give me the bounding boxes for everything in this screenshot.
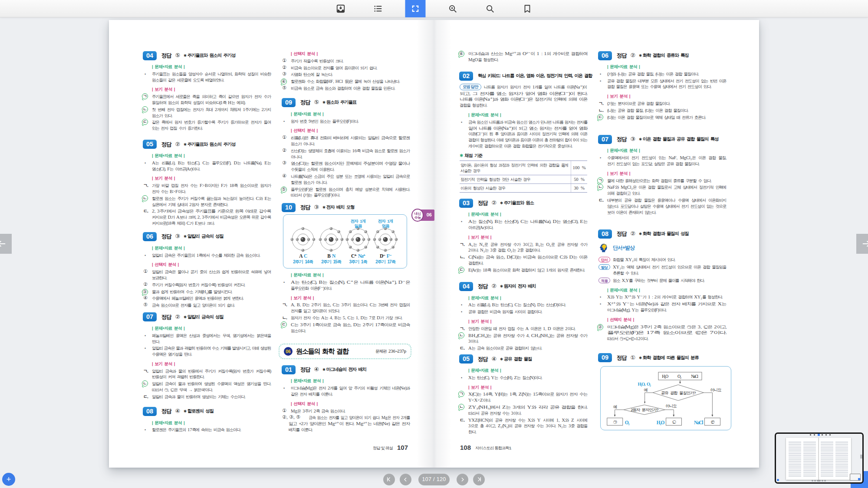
svg-text:아니요: 아니요 xyxy=(710,387,722,392)
answer-label: 정답 ④ xyxy=(161,408,180,415)
question-header: 07정답 ②✱알칼리 금속의 성질 xyxy=(143,312,271,322)
search-button[interactable] xyxy=(471,0,509,17)
bullet-icon: • xyxy=(145,72,146,78)
left-arrow-icon xyxy=(0,238,7,249)
paragraph-text: 마그네슘(Mg)은 전자 2개를 잃어 앞 주기의 비활성 기체인 네온(Ne)… xyxy=(291,385,410,397)
paragraph: ③사염화 탄소에 잘 녹는다. xyxy=(282,72,410,78)
paragraph: ㄴ.원자가 전자 수는 A는 4, B는 5, C는 1, D는 7로 D가 가… xyxy=(282,315,410,321)
paragraph-text: 사염화 탄소에 잘 녹는다. xyxy=(291,72,410,78)
data-analysis-label: | 문제+자료 분석 | xyxy=(152,245,271,251)
paragraph-text: 염소(Cl)는 할로젠 원소이지만 표백제의 주성분이며 수영장 물이나수돗물의… xyxy=(291,160,410,173)
mini-spread xyxy=(786,438,851,480)
item-number: ③ xyxy=(282,160,286,166)
svg-text:전자 1개: 전자 1개 xyxy=(378,219,393,223)
svg-text:O₂: O₂ xyxy=(677,374,681,379)
item-number: ① xyxy=(143,269,148,275)
toc-button[interactable] xyxy=(359,0,397,17)
mini-thumbnail xyxy=(850,474,861,481)
page-left-footer: 정답 및 해설107 xyxy=(373,443,408,451)
question-number-badge: 07 xyxy=(598,135,612,144)
question-header: 06정답 ③✱알칼리 금속의 성질 xyxy=(143,232,271,242)
answer-circle-icon: ㄴ xyxy=(142,380,148,386)
paragraph-text: C(Na)는 금속 원소, D(Cl)는 비금속 원소이므로 C와 D는 이온결… xyxy=(468,254,587,266)
fullscreen-button[interactable] xyxy=(397,0,434,17)
item-letter: ㄴ. xyxy=(282,315,287,321)
question-topic: ✱원자의 전자 배치 xyxy=(500,283,536,290)
item-letter: ㄷ. xyxy=(460,417,464,423)
paragraph-text: 수용액에서 페놀프탈레인 용액과 반응하면 붉게 변한다. xyxy=(152,295,271,301)
paragraph-text: 플루오린(F)은 할로젠 원소이며 충치 예방 성분으로 치약에 사용된다.따라… xyxy=(291,187,410,199)
paragraph: •X²⁺와 Y⁻는 네온(Ne)과 같은 전자 배치를 가지므로 X는마그네슘(… xyxy=(598,301,726,313)
paragraph: ㄱ.A, B, D는 2주기 원소, C는 3주기 원소이다. C는 3번째 전… xyxy=(282,302,410,314)
paragraph: ④마그네슘과 산소는 Mg²⁺과 O²⁻이 1 : 1의 개수비로 결합하여Mg… xyxy=(460,51,587,63)
bullet-icon: • xyxy=(283,386,285,392)
svg-text:2원자 분자인가?: 2원자 분자인가? xyxy=(631,408,658,412)
paragraph-text: 금속 원소인 나트륨과 비금속 원소인 염소가 만나면 나트륨 원자는 전자를잃… xyxy=(468,119,587,149)
svg-text:B N: B N xyxy=(327,253,336,259)
paragraph-text: 주기가 작을수록 반응성이 크다. xyxy=(291,58,410,64)
paragraph: •공유 결합은 비금속 원자들 사이의 결합이다. xyxy=(460,309,587,315)
paragraph: •X와 Y는 X²⁺와 Y⁻가 1 : 2의 개수비로 결합하여 XY₂를 형성… xyxy=(598,294,726,300)
answer-circle-icon: ㄱ xyxy=(597,177,603,183)
choice-analysis-label: | 선택지 분석 | xyxy=(152,262,271,268)
item-letter: ㄷ. xyxy=(460,345,464,351)
clue-tag-pill: 적용 xyxy=(598,278,610,283)
question-topic: ✱마그네슘의 전자 배치 xyxy=(322,367,366,373)
last-page-button[interactable] xyxy=(473,474,485,485)
paragraph-text: C는 3주기 1족이므로 금속 원소, D는 2주기 17족이므로 비금속원소이… xyxy=(291,322,410,334)
paragraph: ㄴ.C(Na)는 금속 원소, D(Cl)는 비금속 원소이므로 C와 D는 이… xyxy=(460,254,587,266)
paragraph-text: X와 Y는 X²⁺와 Y⁻가 1 : 2의 개수비로 결합하여 XY₂를 형성한… xyxy=(607,294,726,300)
percent-cell: 100 % xyxy=(571,160,588,175)
data-analysis-label: | 문제+자료 분석 | xyxy=(291,272,410,278)
paragraph: ㄷ같은 족에서 원자 번호가 증가할수록 주기가 증가하므로 전자가 들어있는 … xyxy=(143,119,271,131)
question-topic: ✱전자 배치 모형 xyxy=(322,204,354,211)
item-letter: ㄱ. xyxy=(143,183,148,189)
mini-text-column xyxy=(803,441,816,477)
question-number-badge: 09 xyxy=(282,98,296,107)
paragraph: •알칼리 금속은 주기율표의 1족에서 수소를 제외한 금속 원소이다. xyxy=(143,252,271,259)
next-page-button[interactable] xyxy=(457,474,468,485)
paragraph: ②마그네슘(Mg)은 3주기 2족 원소이므로 ㉠은 3, ㉡은 2이고,플루오… xyxy=(598,324,726,342)
answer-circle-icon: ㄷ xyxy=(142,119,148,125)
question-header: 10정답 ③✱전자 배치 모형 xyxy=(282,203,410,212)
electron-config-figure: A C2주기 14족B N2주기 15족전자 1개잃음C⁺ Na⁺3주기 1족전… xyxy=(283,214,407,269)
svg-text:아니요: 아니요 xyxy=(666,404,677,408)
spread-preview-thumbnail[interactable] xyxy=(775,432,864,484)
zoom-in-button[interactable] xyxy=(434,0,471,17)
page-indicator[interactable]: 107 / 120 xyxy=(418,474,450,485)
next-page-arrow-button[interactable] xyxy=(856,234,868,254)
paragraph-text: 공유 결합 물질은 대부분 모든 상태에서 전기 전도성이 없는 반면 이온결합… xyxy=(607,78,726,90)
add-button[interactable]: + xyxy=(2,473,15,486)
svg-text:2주기 15족: 2주기 15족 xyxy=(321,259,341,264)
question-number-badge: 06 xyxy=(598,51,612,60)
question-topic: ✱화학 결합과 물질의 성질 xyxy=(639,231,688,237)
bookmark-button[interactable] xyxy=(509,0,546,17)
svg-text:잃음: 잃음 xyxy=(355,223,363,228)
paragraph-text: 알칼리 금속과 물이 반응하여 생성되는 기체는 수소이다. xyxy=(152,394,271,400)
prev-page-button[interactable] xyxy=(400,474,411,485)
svg-text:H₂O: H₂O xyxy=(662,374,668,379)
svg-text:2주기 14족: 2주기 14족 xyxy=(293,259,313,264)
asterisk-icon: ✱ xyxy=(460,153,463,158)
prev-page-arrow-button[interactable] xyxy=(0,234,12,254)
paragraph: •A는 탄소(C), B는 질소(N), C⁺은 나트륨 이온(Na⁺), D⁻… xyxy=(282,279,410,291)
item-letter: ㄷ. xyxy=(143,394,148,400)
download-button[interactable] xyxy=(322,0,359,17)
paragraph: ㄱ.안정한 이온일 때 전자 껍질 수는 A 이온은 1, D 이온은 2이다. xyxy=(460,326,587,332)
paragraph: ㄴ알칼리 금속이 물과 반응하여 생성된 수용액의 액성은 염기성을 띤다.따라… xyxy=(143,381,271,393)
paragraph: •(가)와 (나)는 공유 결합 물질, (다)는 이온 결합 물질이다. xyxy=(598,71,726,77)
question-number-badge: 07 xyxy=(143,312,157,321)
item-number: ⑤ xyxy=(143,302,148,308)
answer-circle-icon: ⑤ xyxy=(281,187,287,193)
prev-icon xyxy=(403,477,408,482)
answer-label: 정답 ④ xyxy=(478,356,496,363)
paragraph-text: X(C)는 14족, Y(H)는 1족, Z(N)는 15족이므로 원자가 전자… xyxy=(468,391,587,403)
mini-text-column xyxy=(821,441,833,477)
data-analysis-label: | 문제+자료 분석 | xyxy=(468,295,587,301)
paragraph: ㄱ.(가)는 분자이므로 공유 결합 물질이다. xyxy=(598,101,726,107)
first-page-button[interactable] xyxy=(383,474,395,485)
paragraph-text: 주기율표는 원소들을 양성자수 순서로 나열하되, 화학적 성질이 비슷한원소들… xyxy=(152,71,271,83)
badge-circle-label: 내신수능 xyxy=(411,209,424,222)
bullet-icon: • xyxy=(600,295,601,301)
paragraph-text: X는 탄소(C), Y는 수소(H), Z는 질소(N)이다. xyxy=(468,375,587,381)
